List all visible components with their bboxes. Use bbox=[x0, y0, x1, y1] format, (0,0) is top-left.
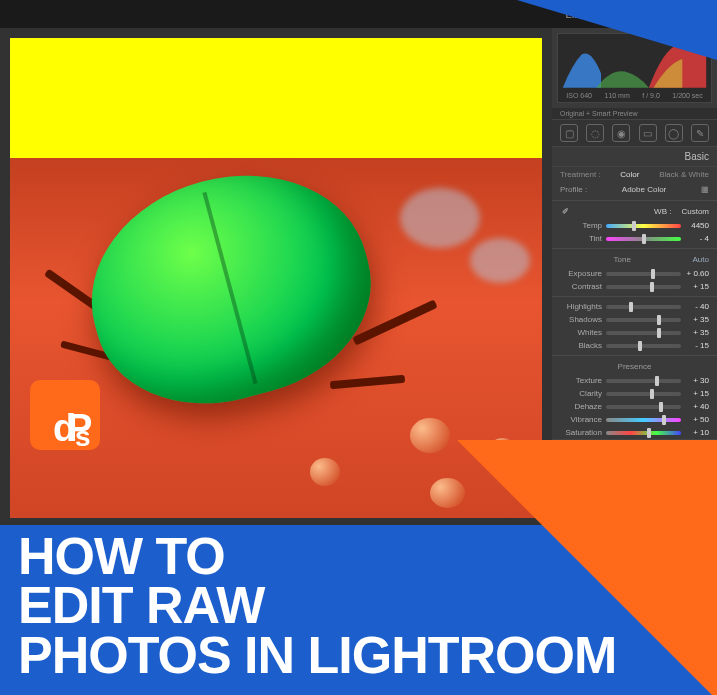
hist-shutter: 1/200 sec bbox=[672, 92, 702, 99]
treatment-label: Treatment : bbox=[560, 170, 601, 179]
whites-slider[interactable]: Whites+ 35 bbox=[552, 326, 717, 339]
treatment-color[interactable]: Color bbox=[620, 170, 639, 179]
dehaze-slider[interactable]: Dehaze+ 40 bbox=[552, 400, 717, 413]
basic-panel-header[interactable]: Basic bbox=[552, 147, 717, 167]
title-overlay: HOW TO EDIT RAW PHOTOS IN LIGHTROOM bbox=[18, 532, 616, 680]
radial-tool-icon[interactable]: ◯ bbox=[665, 124, 683, 142]
photo-reflection bbox=[400, 188, 480, 248]
title-line-3: PHOTOS IN LIGHTROOM bbox=[18, 631, 616, 680]
clipping-overlay-top bbox=[10, 38, 542, 158]
crop-tool-icon[interactable]: ▢ bbox=[560, 124, 578, 142]
dps-logo: dPs bbox=[30, 380, 100, 450]
exposure-slider[interactable]: Exposure+ 0.60 bbox=[552, 267, 717, 280]
clarity-slider[interactable]: Clarity+ 15 bbox=[552, 387, 717, 400]
profile-grid-icon[interactable]: ▦ bbox=[701, 185, 709, 194]
title-line-2: EDIT RAW bbox=[18, 581, 616, 630]
photo-detail bbox=[410, 418, 450, 453]
wb-value[interactable]: Custom bbox=[681, 207, 709, 216]
hist-focal: 110 mm bbox=[604, 92, 629, 99]
tint-slider[interactable]: Tint- 4 bbox=[552, 232, 717, 245]
highlights-slider[interactable]: Highlights- 40 bbox=[552, 300, 717, 313]
photo-reflection bbox=[470, 238, 530, 283]
spot-tool-icon[interactable]: ◌ bbox=[586, 124, 604, 142]
blacks-slider[interactable]: Blacks- 15 bbox=[552, 339, 717, 352]
temp-slider[interactable]: Temp4450 bbox=[552, 219, 717, 232]
presence-section-label: Presence bbox=[552, 359, 717, 374]
brush-tool-icon[interactable]: ✎ bbox=[691, 124, 709, 142]
vibrance-slider[interactable]: Vibrance+ 50 bbox=[552, 413, 717, 426]
treatment-row: Treatment : Color Black & White bbox=[552, 167, 717, 182]
contrast-slider[interactable]: Contrast+ 15 bbox=[552, 280, 717, 293]
local-adjustment-tools: ▢ ◌ ◉ ▭ ◯ ✎ bbox=[552, 119, 717, 147]
wb-row: ✐ WB : Custom bbox=[552, 204, 717, 219]
auto-button[interactable]: Auto bbox=[693, 255, 709, 264]
saturation-slider[interactable]: Saturation+ 10 bbox=[552, 426, 717, 439]
profile-value[interactable]: Adobe Color bbox=[622, 185, 666, 194]
treatment-bw[interactable]: Black & White bbox=[659, 170, 709, 179]
preview-type-label: Original + Smart Preview bbox=[552, 108, 717, 119]
profile-label: Profile : bbox=[560, 185, 587, 194]
texture-slider[interactable]: Texture+ 30 bbox=[552, 374, 717, 387]
title-line-1: HOW TO bbox=[18, 532, 616, 581]
tone-section-label: ToneAuto bbox=[552, 252, 717, 267]
redeye-tool-icon[interactable]: ◉ bbox=[612, 124, 630, 142]
shadows-slider[interactable]: Shadows+ 35 bbox=[552, 313, 717, 326]
wb-label: WB : bbox=[654, 207, 671, 216]
overlay-triangle-top bbox=[517, 0, 717, 60]
gradient-tool-icon[interactable]: ▭ bbox=[639, 124, 657, 142]
eyedropper-icon[interactable]: ✐ bbox=[562, 207, 569, 216]
hist-iso: ISO 640 bbox=[566, 92, 592, 99]
histogram-metadata: ISO 640 110 mm f / 9.0 1/200 sec bbox=[558, 91, 711, 100]
photo-detail bbox=[310, 458, 340, 486]
profile-row: Profile : Adobe Color ▦ bbox=[552, 182, 717, 197]
hist-aperture: f / 9.0 bbox=[642, 92, 660, 99]
